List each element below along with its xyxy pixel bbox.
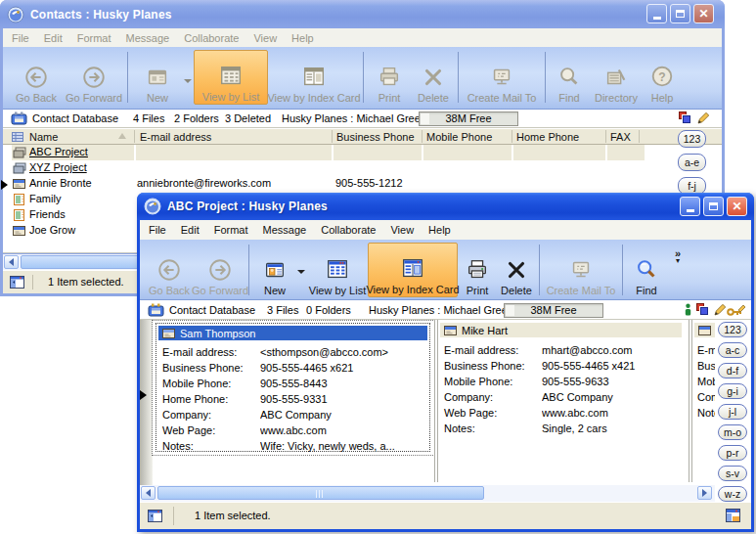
scroll-left-button[interactable] — [4, 255, 19, 269]
minimize-button[interactable] — [680, 197, 700, 216]
go-back-button[interactable]: Go Back — [9, 50, 64, 105]
menu-help[interactable]: Help — [291, 32, 314, 44]
col-email[interactable]: E-mail address — [140, 131, 211, 143]
view-by-list-button[interactable]: View by List — [194, 50, 268, 105]
close-button[interactable]: ✕ — [727, 197, 747, 216]
col-home-phone[interactable]: Home Phone — [516, 131, 579, 143]
go-back-button[interactable]: Go Back — [144, 243, 195, 297]
current-row-marker — [1, 180, 8, 190]
minimize-button[interactable] — [646, 4, 667, 23]
new-dropdown-arrow[interactable] — [184, 79, 192, 83]
view-by-index-card-button[interactable]: View by Index Card — [368, 243, 458, 297]
menu-file[interactable]: File — [149, 224, 166, 236]
titlebar[interactable]: ABC Project : Husky Planes ✕ — [137, 193, 754, 220]
index-tab-123[interactable]: 123 — [678, 130, 706, 148]
menu-collaborate[interactable]: Collaborate — [321, 224, 376, 236]
maximize-button[interactable] — [703, 197, 724, 216]
go-forward-button[interactable]: Go Forward — [64, 50, 124, 105]
create-mail-to-button[interactable]: Create Mail To — [543, 243, 619, 297]
menu-format[interactable]: Format — [77, 32, 111, 44]
col-fax[interactable]: FAX — [610, 131, 631, 143]
delete-button[interactable]: Delete — [412, 50, 455, 105]
contact-card-sam-thompson[interactable]: Sam Thompson E-mail address:<sthompson@a… — [156, 323, 430, 452]
new-button[interactable]: New — [131, 50, 184, 105]
menu-edit[interactable]: Edit — [181, 224, 200, 236]
delete-button[interactable]: Delete — [497, 243, 536, 297]
contact-database-icon — [148, 303, 164, 317]
index-tab-a-e[interactable]: a-e — [678, 154, 706, 171]
index-tab-g-i[interactable]: g-i — [718, 383, 747, 399]
toolbar-overflow-chevron[interactable]: »▾ — [675, 249, 681, 265]
view-by-list-button[interactable]: View by List — [307, 243, 368, 297]
scrollbar-thumb[interactable] — [157, 486, 484, 500]
row-email: anniebronte@fireworks.com — [137, 177, 271, 189]
scroll-left-button[interactable] — [141, 486, 156, 500]
list-item[interactable]: ABC Project — [3, 145, 688, 160]
print-button[interactable]: Print — [367, 50, 412, 105]
menu-view[interactable]: View — [390, 224, 414, 236]
database-icon[interactable] — [696, 303, 709, 316]
menu-format[interactable]: Format — [214, 224, 248, 236]
column-header: Name E-mail address Business Phone Mobil… — [3, 128, 722, 145]
directory-button[interactable]: Directory — [590, 50, 643, 105]
find-icon — [634, 257, 659, 283]
index-tab-w-z[interactable]: w-z — [718, 486, 747, 502]
titlebar[interactable]: Contacts : Husky Planes ✕ — [0, 0, 725, 28]
col-name[interactable]: Name — [29, 131, 58, 143]
row-name: Friends — [29, 208, 66, 220]
contact-card-mike-hart[interactable]: Mike Hart E-mail address:mhart@abcco.com… — [440, 323, 682, 450]
key-pencil-icon[interactable] — [727, 304, 746, 317]
index-tab-a-c[interactable]: a-c — [718, 342, 747, 358]
contact-card-partial[interactable]: E-mail address: Business Phone: Mobile P… — [694, 323, 717, 450]
menu-view[interactable]: View — [253, 32, 277, 44]
contact-card-icon — [13, 179, 25, 189]
print-button[interactable]: Print — [458, 243, 497, 297]
pencil-icon[interactable] — [696, 111, 710, 125]
person-icon[interactable] — [684, 303, 692, 317]
help-button[interactable]: ? Help — [643, 50, 682, 105]
account-label: Husky Planes : Michael Green — [282, 112, 426, 124]
list-item[interactable]: XYZ Project — [3, 160, 688, 176]
pencil-icon[interactable] — [713, 303, 727, 317]
index-tab-m-o[interactable]: m-o — [718, 424, 747, 440]
app-icon — [7, 6, 24, 23]
create-mail-to-button[interactable]: Create Mail To — [462, 50, 542, 105]
index-tab-s-v[interactable]: s-v — [718, 466, 747, 481]
card-title: Mike Hart — [462, 325, 508, 336]
toolbar-separator — [622, 245, 623, 295]
menu-message[interactable]: Message — [126, 32, 170, 44]
index-tab-p-r[interactable]: p-r — [718, 445, 747, 461]
view-by-index-card-icon — [301, 65, 327, 90]
toolbar-separator — [545, 52, 546, 103]
pane-toggle-icon[interactable] — [148, 510, 162, 522]
horizontal-scrollbar[interactable] — [140, 485, 715, 502]
view-by-index-card-button[interactable]: View by Index Card — [268, 50, 360, 105]
contact-card-icon — [698, 326, 711, 335]
list-item[interactable]: Annie Bronte anniebronte@fireworks.com 9… — [3, 176, 688, 192]
minimize-icon — [653, 17, 661, 20]
menu-help[interactable]: Help — [428, 224, 451, 236]
index-tab-j-l[interactable]: j-l — [718, 404, 747, 420]
index-tab-123[interactable]: 123 — [718, 322, 747, 337]
menu-file[interactable]: File — [12, 32, 29, 44]
col-business-phone[interactable]: Business Phone — [336, 131, 415, 143]
index-tab-d-f[interactable]: d-f — [718, 363, 747, 378]
project-icon — [13, 162, 26, 174]
close-button[interactable]: ✕ — [693, 4, 714, 23]
menu-edit[interactable]: Edit — [44, 32, 63, 44]
go-forward-button[interactable]: Go Forward — [195, 243, 245, 297]
row-name: XYZ Project — [29, 161, 87, 173]
pane-toggle-icon[interactable] — [10, 276, 24, 289]
new-dropdown-arrow[interactable] — [297, 270, 305, 274]
view-mode-icon[interactable] — [726, 509, 740, 522]
find-button[interactable]: Find — [549, 50, 590, 105]
find-button[interactable]: Find — [626, 243, 667, 297]
toolbar-separator — [363, 52, 364, 103]
scroll-right-button[interactable] — [697, 486, 712, 500]
menu-collaborate[interactable]: Collaborate — [184, 32, 239, 44]
maximize-button[interactable] — [670, 4, 690, 23]
new-button[interactable]: New — [252, 243, 297, 297]
menu-message[interactable]: Message — [263, 224, 307, 236]
col-mobile-phone[interactable]: Mobile Phone — [426, 131, 492, 143]
database-icon[interactable] — [679, 111, 691, 124]
